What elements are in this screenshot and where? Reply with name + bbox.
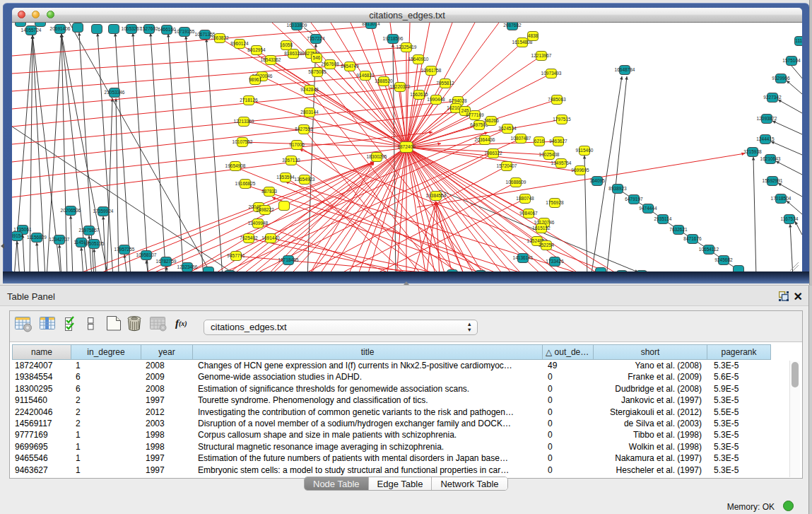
svg-text:9463627: 9463627 <box>549 139 567 144</box>
svg-text:17018504: 17018504 <box>771 196 792 201</box>
svg-text:19166825: 19166825 <box>235 181 256 186</box>
svg-text:546: 546 <box>313 55 321 60</box>
svg-text:7955812: 7955812 <box>436 81 454 86</box>
svg-text:1562635: 1562635 <box>410 92 428 97</box>
svg-text:(x): (x) <box>179 320 187 328</box>
svg-text:16033809: 16033809 <box>287 23 307 28</box>
svg-text:8427552: 8427552 <box>295 127 313 132</box>
svg-text:3624534: 3624534 <box>498 126 517 131</box>
svg-text:8938923: 8938923 <box>608 186 627 191</box>
svg-text:7485063: 7485063 <box>548 97 566 102</box>
svg-text:2718126: 2718126 <box>240 98 258 103</box>
svg-text:8186328: 8186328 <box>284 51 302 56</box>
svg-text:7986322: 7986322 <box>484 151 502 156</box>
svg-text:10973493: 10973493 <box>541 71 562 76</box>
svg-text:3267130: 3267130 <box>282 158 300 163</box>
svg-text:1527602: 1527602 <box>140 26 158 31</box>
svg-text:5498222: 5498222 <box>256 207 274 212</box>
svg-text:5875085: 5875085 <box>308 69 326 74</box>
svg-text:21053346: 21053346 <box>105 90 125 95</box>
svg-text:20691406: 20691406 <box>50 26 71 31</box>
svg-text:14055724: 14055724 <box>21 28 42 33</box>
svg-text:9227342: 9227342 <box>763 95 782 100</box>
svg-text:12325419: 12325419 <box>396 45 417 49</box>
svg-text:1797515: 1797515 <box>553 117 571 122</box>
svg-text:98961: 98961 <box>249 77 261 82</box>
svg-text:10719155: 10719155 <box>175 29 195 34</box>
svg-text:6479197: 6479197 <box>625 197 643 201</box>
svg-text:20206536: 20206536 <box>61 208 81 213</box>
svg-text:12093872: 12093872 <box>757 116 777 121</box>
svg-text:2935114: 2935114 <box>654 216 672 221</box>
svg-text:1353594: 1353594 <box>276 175 295 180</box>
svg-text:15718485: 15718485 <box>278 257 299 262</box>
svg-text:8912954: 8912954 <box>247 47 266 52</box>
svg-text:1880748: 1880748 <box>516 196 534 201</box>
svg-text:7632621: 7632621 <box>669 227 688 232</box>
svg-text:9329966: 9329966 <box>772 76 790 81</box>
svg-text:1990448: 1990448 <box>427 97 445 102</box>
svg-text:8813014: 8813014 <box>362 23 380 26</box>
svg-text:20364436: 20364436 <box>475 137 495 142</box>
svg-text:12505135: 12505135 <box>84 241 105 246</box>
svg-text:164095: 164095 <box>589 178 605 183</box>
svg-text:12342737: 12342737 <box>49 237 70 242</box>
svg-text:1615152: 1615152 <box>532 226 551 230</box>
svg-text:4838: 4838 <box>528 33 539 38</box>
svg-text:10025438: 10025438 <box>539 152 560 157</box>
svg-text:39154: 39154 <box>12 233 23 238</box>
svg-text:17359924: 17359924 <box>93 209 114 214</box>
svg-text:2803144: 2803144 <box>300 110 319 115</box>
svg-text:19654908: 19654908 <box>225 163 246 168</box>
svg-text:16058: 16058 <box>280 42 293 47</box>
svg-text:13654923: 13654923 <box>295 177 315 182</box>
svg-text:19218596: 19218596 <box>383 36 404 41</box>
svg-text:12323466: 12323466 <box>177 264 198 269</box>
svg-text:252254: 252254 <box>539 243 554 247</box>
svg-text:1756928: 1756928 <box>546 200 564 205</box>
svg-text:1588520: 1588520 <box>375 78 393 83</box>
svg-text:19384554: 19384554 <box>426 193 447 198</box>
svg-text:7663822: 7663822 <box>211 35 229 40</box>
svg-text:15692991: 15692991 <box>763 178 783 183</box>
svg-text:9245682: 9245682 <box>714 257 733 262</box>
svg-text:8471676: 8471676 <box>683 236 702 241</box>
svg-text:16543362: 16543362 <box>261 57 281 62</box>
svg-text:1733426: 1733426 <box>546 259 564 264</box>
svg-text:10107552: 10107552 <box>233 139 253 144</box>
svg-text:18300295: 18300295 <box>367 154 387 159</box>
svg-text:9084067: 9084067 <box>519 211 538 216</box>
svg-text:15640910: 15640910 <box>408 57 429 62</box>
svg-text:1691440: 1691440 <box>261 235 280 240</box>
svg-text:2967608: 2967608 <box>321 62 339 66</box>
svg-text:11156829: 11156829 <box>27 235 47 240</box>
svg-text:3215938: 3215938 <box>743 149 762 154</box>
svg-text:12213369: 12213369 <box>234 119 254 124</box>
svg-text:1112: 1112 <box>795 38 802 43</box>
svg-text:1167534: 1167534 <box>781 216 799 221</box>
svg-text:10807487: 10807487 <box>511 136 531 141</box>
svg-text:17957255: 17957255 <box>114 247 135 252</box>
svg-text:6466160: 6466160 <box>158 27 176 32</box>
svg-text:10653267: 10653267 <box>122 26 142 31</box>
svg-text:6216: 6216 <box>534 139 545 144</box>
svg-text:10688609: 10688609 <box>506 180 526 185</box>
svg-text:9146821: 9146821 <box>356 73 375 78</box>
svg-text:9242848: 9242848 <box>300 87 319 92</box>
svg-text:1244415: 1244415 <box>756 136 775 141</box>
svg-text:18220372: 18220372 <box>390 84 411 89</box>
svg-text:8960124: 8960124 <box>230 41 249 46</box>
svg-text:9474444: 9474444 <box>639 206 657 211</box>
svg-text:746266: 746266 <box>483 118 499 123</box>
svg-text:8454749: 8454749 <box>341 64 359 69</box>
svg-text:917006: 917006 <box>289 142 305 147</box>
svg-text:1575104: 1575104 <box>782 58 801 63</box>
svg-text:16648784: 16648784 <box>615 67 635 72</box>
svg-text:7625402: 7625402 <box>240 235 258 240</box>
svg-text:1735061: 1735061 <box>13 227 32 232</box>
svg-text:9115460: 9115460 <box>576 148 594 153</box>
svg-text:9457791: 9457791 <box>227 253 245 258</box>
svg-text:1872400: 1872400 <box>397 144 416 149</box>
svg-text:15720407: 15720407 <box>497 163 517 168</box>
svg-text:887833: 887833 <box>261 189 277 194</box>
